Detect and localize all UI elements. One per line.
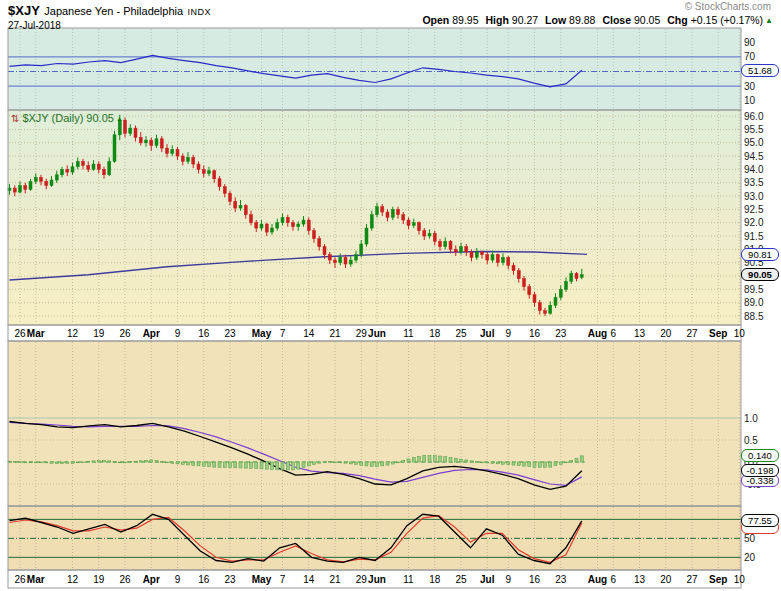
svg-text:93.5: 93.5 bbox=[744, 177, 764, 188]
svg-text:10: 10 bbox=[744, 95, 756, 106]
svg-text:29: 29 bbox=[356, 574, 368, 585]
svg-text:23: 23 bbox=[224, 574, 236, 585]
svg-text:19: 19 bbox=[93, 328, 105, 339]
svg-text:94.0: 94.0 bbox=[744, 164, 764, 175]
svg-text:May: May bbox=[252, 328, 272, 339]
symbol-name: Japanese Yen - Philadelphia bbox=[44, 5, 183, 17]
svg-text:70: 70 bbox=[744, 51, 756, 62]
svg-text:23: 23 bbox=[555, 328, 567, 339]
svg-text:26: 26 bbox=[14, 328, 26, 339]
svg-text:13: 13 bbox=[634, 328, 646, 339]
svg-text:12: 12 bbox=[67, 574, 79, 585]
quote-summary: Open89.95High90.27Low89.88Close90.05Chg+… bbox=[415, 14, 773, 26]
svg-text:Mar: Mar bbox=[27, 574, 45, 585]
chart-header: $XJY Japanese Yen - Philadelphia INDX 27… bbox=[8, 1, 211, 31]
svg-text:6: 6 bbox=[610, 574, 616, 585]
svg-text:21: 21 bbox=[329, 574, 341, 585]
symbol-ticker: $XJY bbox=[8, 3, 40, 18]
svg-text:20: 20 bbox=[744, 552, 756, 563]
chart-style-icon: ⇅ bbox=[11, 113, 19, 124]
quote-value: 90.27 bbox=[512, 14, 538, 26]
svg-text:92.0: 92.0 bbox=[744, 217, 764, 228]
svg-text:29: 29 bbox=[356, 328, 368, 339]
svg-text:21: 21 bbox=[329, 328, 341, 339]
close-price-bubble: 90.05 bbox=[741, 268, 779, 281]
svg-text:26: 26 bbox=[119, 574, 131, 585]
change-up-arrow-icon: ▲ bbox=[765, 16, 773, 25]
svg-text:Mar: Mar bbox=[27, 328, 45, 339]
quote-value: +0.15 (+0.17%) bbox=[691, 14, 763, 26]
quote-label: Chg bbox=[667, 14, 687, 26]
svg-text:50: 50 bbox=[744, 533, 756, 544]
svg-text:30: 30 bbox=[744, 81, 756, 92]
svg-text:20: 20 bbox=[660, 574, 672, 585]
svg-text:92.5: 92.5 bbox=[744, 204, 764, 215]
svg-text:23: 23 bbox=[224, 328, 236, 339]
svg-text:Jul: Jul bbox=[480, 328, 495, 339]
svg-text:25: 25 bbox=[455, 328, 467, 339]
svg-text:16: 16 bbox=[198, 328, 210, 339]
svg-text:Sep: Sep bbox=[709, 574, 727, 585]
svg-text:16: 16 bbox=[529, 328, 541, 339]
svg-text:18: 18 bbox=[429, 574, 441, 585]
svg-text:27: 27 bbox=[686, 328, 698, 339]
svg-text:10: 10 bbox=[734, 328, 746, 339]
svg-text:25: 25 bbox=[455, 574, 467, 585]
stockcharts-chart-page: $XJY Japanese Yen - Philadelphia INDX 27… bbox=[0, 0, 781, 591]
svg-text:9: 9 bbox=[505, 574, 511, 585]
quote-value: 89.88 bbox=[569, 14, 595, 26]
svg-text:91.5: 91.5 bbox=[744, 231, 764, 242]
quote-label: High bbox=[486, 14, 509, 26]
svg-text:20: 20 bbox=[660, 328, 672, 339]
svg-text:0.5: 0.5 bbox=[744, 435, 758, 446]
svg-text:7: 7 bbox=[280, 574, 286, 585]
stoch-black-bubble: 77.55 bbox=[741, 514, 779, 527]
svg-text:10: 10 bbox=[734, 574, 746, 585]
chart-date: 27-Jul-2018 bbox=[8, 20, 211, 31]
svg-text:95.0: 95.0 bbox=[744, 137, 764, 148]
svg-text:23: 23 bbox=[555, 574, 567, 585]
quote-label: Close bbox=[602, 14, 631, 26]
price-legend-label: $XJY (Daily) 90.05 bbox=[22, 112, 114, 124]
svg-text:94.5: 94.5 bbox=[744, 151, 764, 162]
svg-text:6: 6 bbox=[610, 328, 616, 339]
svg-text:27: 27 bbox=[686, 574, 698, 585]
ma-value-bubble: 90.81 bbox=[741, 248, 779, 261]
svg-text:18: 18 bbox=[429, 328, 441, 339]
svg-text:26: 26 bbox=[14, 574, 26, 585]
svg-text:Apr: Apr bbox=[143, 328, 160, 339]
macd-hist-bubble: 0.140 bbox=[741, 449, 779, 462]
quote-label: Open bbox=[422, 14, 449, 26]
svg-text:Sep: Sep bbox=[709, 328, 727, 339]
svg-text:Jun: Jun bbox=[368, 574, 386, 585]
svg-text:12: 12 bbox=[67, 328, 79, 339]
svg-text:26: 26 bbox=[119, 328, 131, 339]
svg-text:May: May bbox=[252, 574, 272, 585]
svg-text:14: 14 bbox=[303, 574, 315, 585]
svg-text:Aug: Aug bbox=[588, 574, 607, 585]
quote-label: Low bbox=[545, 14, 566, 26]
rsi-value-bubble: 51.68 bbox=[741, 64, 779, 77]
svg-text:14: 14 bbox=[303, 328, 315, 339]
svg-text:88.5: 88.5 bbox=[744, 311, 764, 322]
svg-text:93.0: 93.0 bbox=[744, 191, 764, 202]
svg-text:9: 9 bbox=[175, 574, 181, 585]
stockcharts-credit: © StockCharts.com bbox=[685, 1, 771, 12]
svg-text:19: 19 bbox=[93, 574, 105, 585]
svg-text:9: 9 bbox=[505, 328, 511, 339]
svg-text:Jun: Jun bbox=[368, 328, 386, 339]
svg-text:16: 16 bbox=[529, 574, 541, 585]
svg-text:89.0: 89.0 bbox=[744, 297, 764, 308]
svg-text:13: 13 bbox=[634, 574, 646, 585]
legend-up-arrow-icon: ▲ bbox=[116, 115, 123, 122]
quote-value: 90.05 bbox=[634, 14, 660, 26]
svg-text:89.5: 89.5 bbox=[744, 284, 764, 295]
svg-text:90: 90 bbox=[744, 37, 756, 48]
svg-text:9: 9 bbox=[175, 328, 181, 339]
svg-text:16: 16 bbox=[198, 574, 210, 585]
svg-text:11: 11 bbox=[403, 328, 414, 339]
svg-text:95.5: 95.5 bbox=[744, 124, 764, 135]
svg-text:Apr: Apr bbox=[143, 574, 160, 585]
svg-text:7: 7 bbox=[280, 328, 286, 339]
svg-text:1.0: 1.0 bbox=[744, 413, 758, 424]
